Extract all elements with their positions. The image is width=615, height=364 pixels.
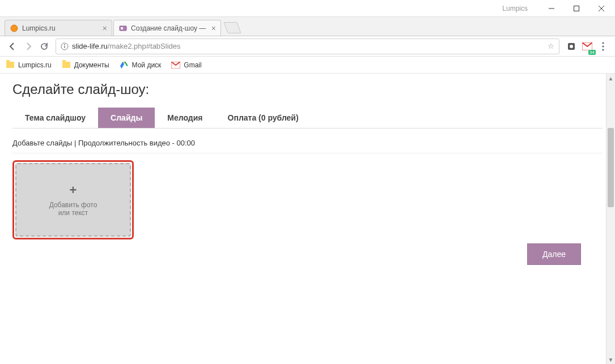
browser-tab-slidelife[interactable]: Создание слайд-шоу — ×: [113, 20, 221, 36]
url-path: /make2.php#tabSlides: [108, 42, 181, 50]
wizard-tabs: Тема слайдшоу Слайды Мелодия Оплата (0 р…: [12, 108, 603, 129]
next-button[interactable]: Далее: [527, 243, 581, 265]
url-host: slide-life.ru: [72, 42, 108, 50]
bookmark-lumpics[interactable]: Lumpics.ru: [6, 61, 52, 70]
svg-rect-6: [121, 27, 123, 29]
page-content: Сделайте слайд-шоу: Тема слайдшоу Слайды…: [0, 74, 615, 364]
bookmark-label: Lumpics.ru: [18, 61, 52, 69]
window-close-button[interactable]: [589, 1, 614, 16]
svg-rect-1: [574, 6, 579, 11]
svg-point-11: [570, 45, 573, 48]
forward-button[interactable]: [20, 38, 36, 54]
browser-tab-lumpics[interactable]: Lumpics.ru ×: [5, 20, 112, 36]
tab-title: Lumpics.ru: [22, 24, 99, 32]
tab-close-icon[interactable]: ×: [103, 24, 107, 33]
plus-icon: +: [70, 183, 77, 198]
back-button[interactable]: [5, 38, 20, 54]
extension-icon[interactable]: [564, 39, 579, 54]
gmail-badge: 34: [588, 50, 596, 55]
svg-point-14: [602, 45, 604, 47]
tab-close-icon[interactable]: ×: [211, 24, 216, 33]
bookmark-label: Мой диск: [132, 61, 162, 69]
svg-rect-9: [64, 46, 65, 48]
bookmark-gmail[interactable]: Gmail: [171, 61, 201, 70]
bookmark-label: Gmail: [184, 61, 201, 69]
vertical-scrollbar[interactable]: ▲ ▼: [606, 74, 615, 364]
svg-point-8: [64, 44, 65, 45]
lumpics-favicon-icon: [10, 24, 19, 33]
bookmark-documents[interactable]: Документы: [62, 61, 109, 70]
bookmarks-bar: Lumpics.ru Документы Мой диск Gmail: [0, 57, 615, 74]
gdrive-icon: [120, 61, 129, 70]
add-slide-highlight: + Добавить фото или текст: [12, 160, 134, 239]
svg-point-15: [602, 49, 604, 50]
slidelife-favicon-icon: [118, 24, 128, 33]
tab-slides[interactable]: Слайды: [98, 108, 155, 128]
browser-toolbar: slide-life.ru/make2.php#tabSlides ☆ 34: [0, 36, 615, 57]
tab-title: Создание слайд-шоу —: [131, 24, 208, 32]
scroll-track[interactable]: [606, 83, 615, 355]
tab-payment[interactable]: Оплата (0 рублей): [215, 108, 311, 128]
browser-menu-icon[interactable]: [596, 39, 610, 54]
tab-melody[interactable]: Мелодия: [155, 108, 215, 128]
svg-marker-18: [124, 62, 128, 66]
folder-icon: [62, 61, 71, 70]
star-bookmark-icon[interactable]: ☆: [548, 42, 554, 50]
scroll-up-icon[interactable]: ▲: [606, 74, 615, 83]
site-info-icon[interactable]: [61, 42, 69, 50]
page-title: Сделайте слайд-шоу:: [12, 82, 603, 97]
gmail-icon: [171, 61, 180, 70]
scroll-thumb[interactable]: [608, 128, 614, 207]
add-slide-line2: или текст: [58, 209, 88, 217]
new-tab-button[interactable]: [223, 22, 241, 33]
tab-theme[interactable]: Тема слайдшоу: [12, 108, 98, 128]
window-titlebar: Lumpics: [0, 0, 615, 17]
window-maximize-button[interactable]: [564, 1, 589, 16]
divider: [12, 153, 603, 153]
window-minimize-button[interactable]: [539, 1, 564, 16]
reload-button[interactable]: [36, 38, 52, 54]
address-bar[interactable]: slide-life.ru/make2.php#tabSlides ☆: [56, 38, 559, 54]
browser-tabstrip: Lumpics.ru × Создание слайд-шоу — ×: [0, 17, 615, 36]
add-slide-line1: Добавить фото: [49, 201, 97, 209]
scroll-down-icon[interactable]: ▼: [606, 355, 615, 364]
bookmark-mydisk[interactable]: Мой диск: [120, 61, 162, 70]
bookmark-label: Документы: [74, 61, 109, 69]
slides-subhead: Добавьте слайды | Продолжительность виде…: [12, 139, 603, 147]
svg-point-4: [11, 25, 18, 32]
add-slide-button[interactable]: + Добавить фото или текст: [15, 163, 131, 237]
svg-point-13: [602, 42, 604, 44]
app-label: Lumpics: [502, 5, 528, 12]
gmail-extension-icon[interactable]: 34: [580, 39, 595, 54]
folder-icon: [6, 61, 15, 70]
